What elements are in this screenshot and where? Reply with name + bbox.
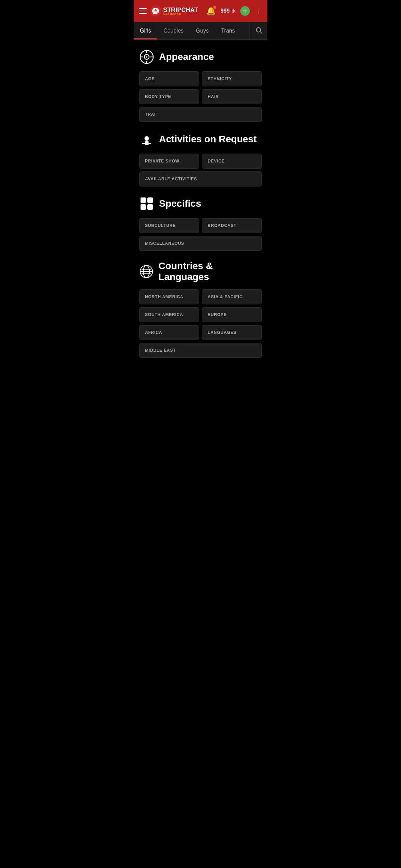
filter-row: SOUTH AMERICA EUROPE (139, 307, 262, 322)
token-amount: 999 (220, 8, 230, 14)
svg-point-6 (146, 56, 147, 58)
filter-row: SUBCULTURE BROADCAST (139, 218, 262, 233)
appearance-title: Appearance (159, 51, 214, 62)
ethnicity-filter[interactable]: ETHNICITY (202, 71, 262, 86)
specifics-title: Specifics (159, 198, 201, 209)
tab-couples[interactable]: Couples (157, 22, 190, 39)
hamburger-menu-button[interactable] (139, 8, 147, 14)
specifics-filters: SUBCULTURE BROADCAST MISCELLANEOUS (139, 218, 262, 251)
logo-text: STRIPCHAT ULTIMATE (163, 7, 198, 15)
svg-point-1 (155, 9, 157, 11)
device-filter[interactable]: DEVICE (202, 154, 262, 169)
countries-header: Countries & Languages (139, 261, 262, 282)
available-activities-filter[interactable]: AVAILABLE ACTIVITIES (139, 171, 262, 186)
appearance-section: Appearance AGE ETHNICITY BODY TYPE HAIR … (139, 49, 262, 122)
languages-filter[interactable]: LANGUAGES (202, 325, 262, 340)
appearance-filters: AGE ETHNICITY BODY TYPE HAIR TRAIT (139, 71, 262, 122)
notifications-button[interactable]: 🔔 (206, 7, 216, 15)
filter-row: MISCELLANEOUS (139, 236, 262, 251)
filter-row: PRIVATE SHOW DEVICE (139, 154, 262, 169)
nav-tabs-list: Girls Couples Guys Trans (134, 22, 250, 39)
countries-filters: NORTH AMERICA ASIA & PACIFIC SOUTH AMERI… (139, 289, 262, 358)
countries-section: Countries & Languages NORTH AMERICA ASIA… (139, 261, 262, 358)
category-nav: Girls Couples Guys Trans (134, 22, 267, 40)
private-show-filter[interactable]: PRIVATE SHOW (139, 154, 199, 169)
north-america-filter[interactable]: NORTH AMERICA (139, 289, 199, 304)
filter-row: AFRICA LANGUAGES (139, 325, 262, 340)
filter-row: AVAILABLE ACTIVITIES (139, 171, 262, 186)
svg-line-3 (260, 32, 262, 33)
europe-filter[interactable]: EUROPE (202, 307, 262, 322)
tab-trans[interactable]: Trans (215, 22, 241, 39)
africa-filter[interactable]: AFRICA (139, 325, 199, 340)
asia-pacific-filter[interactable]: ASIA & PACIFIC (202, 289, 262, 304)
activities-section: Activities on Request PRIVATE SHOW DEVIC… (139, 132, 262, 186)
specifics-section: Specifics SUBCULTURE BROADCAST MISCELLAN… (139, 196, 262, 251)
header-left: STRIPCHAT ULTIMATE (139, 5, 198, 16)
trait-filter[interactable]: TRAIT (139, 107, 262, 122)
specifics-icon (139, 196, 154, 211)
filter-row: MIDDLE EAST (139, 343, 262, 358)
appearance-icon (139, 49, 154, 64)
filter-row: NORTH AMERICA ASIA & PACIFIC (139, 289, 262, 304)
miscellaneous-filter[interactable]: MISCELLANEOUS (139, 236, 262, 251)
svg-point-11 (144, 136, 149, 141)
middle-east-filter[interactable]: MIDDLE EAST (139, 343, 262, 358)
token-unit: tk (232, 8, 235, 14)
token-display: 999 tk (220, 8, 235, 14)
notification-dot (213, 6, 216, 9)
subculture-filter[interactable]: SUBCULTURE (139, 218, 199, 233)
globe-icon (139, 264, 154, 279)
activities-filters: PRIVATE SHOW DEVICE AVAILABLE ACTIVITIES (139, 154, 262, 186)
countries-title: Countries & Languages (158, 261, 262, 282)
activities-icon (139, 132, 154, 147)
header: STRIPCHAT ULTIMATE 🔔 999 tk + ⋮ (134, 0, 267, 22)
more-options-button[interactable]: ⋮ (255, 7, 262, 15)
age-filter[interactable]: AGE (139, 71, 199, 86)
broadcast-filter[interactable]: BROADCAST (202, 218, 262, 233)
main-content: Appearance AGE ETHNICITY BODY TYPE HAIR … (134, 49, 267, 365)
body-type-filter[interactable]: BODY TYPE (139, 89, 199, 104)
south-america-filter[interactable]: SOUTH AMERICA (139, 307, 199, 322)
activities-title: Activities on Request (159, 134, 257, 145)
svg-rect-13 (142, 143, 151, 144)
search-icon (255, 26, 263, 35)
filter-row: TRAIT (139, 107, 262, 122)
appearance-header: Appearance (139, 49, 262, 64)
activities-header: Activities on Request (139, 132, 262, 147)
specifics-header: Specifics (139, 196, 262, 211)
add-tokens-button[interactable]: + (240, 6, 250, 16)
tab-girls[interactable]: Girls (134, 22, 157, 39)
logo-ultimate: ULTIMATE (163, 12, 198, 15)
logo-icon (150, 5, 161, 16)
hair-filter[interactable]: HAIR (202, 89, 262, 104)
header-right: 🔔 999 tk + ⋮ (206, 6, 262, 16)
filter-row: AGE ETHNICITY (139, 71, 262, 86)
logo[interactable]: STRIPCHAT ULTIMATE (150, 5, 198, 16)
tab-guys[interactable]: Guys (190, 22, 215, 39)
search-button[interactable] (250, 22, 267, 40)
filter-row: BODY TYPE HAIR (139, 89, 262, 104)
